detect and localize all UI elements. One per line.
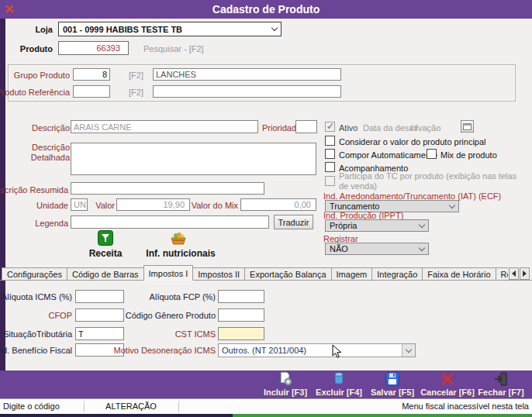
- cfop-label: CFOP: [48, 311, 72, 320]
- pesquisar-hint: Pesquisar - [F2]: [143, 44, 204, 53]
- situacao-tributaria-input[interactable]: T: [75, 327, 124, 340]
- aliquota-icms-label: Alíquota ICMS (%): [2, 292, 72, 302]
- inf-nutricionais-label: Inf. nutricionais: [142, 248, 219, 259]
- valor-field[interactable]: 19,90: [116, 198, 190, 211]
- compor-automaticamente-checkbox[interactable]: [325, 149, 335, 159]
- data-desativacao-label: Data da desativação: [363, 123, 440, 133]
- ippt-select[interactable]: Própria: [325, 219, 429, 232]
- unidade-field[interactable]: UN: [71, 198, 88, 211]
- registrar-selected-value: NÃO: [330, 244, 348, 253]
- cst-icms-input[interactable]: [218, 327, 264, 340]
- chevron-down-icon: [449, 202, 455, 208]
- unidade-label: Unidade: [36, 201, 68, 210]
- valor-do-mix-label: Valor do Mix: [192, 201, 238, 210]
- ativo-checkbox[interactable]: [325, 122, 335, 132]
- tab-exportacao-balanca[interactable]: Exportação Balança: [244, 267, 331, 281]
- window-title: Cadastro de Produto: [0, 0, 532, 19]
- participa-tc-checkbox[interactable]: [325, 176, 335, 186]
- produto-label: Produto: [20, 44, 53, 53]
- valor-do-mix-field[interactable]: 0,00: [240, 198, 316, 211]
- arrow-right-icon: [523, 271, 527, 277]
- motivo-desoneracao-icms-select[interactable]: Outros. (NT 2011/004): [218, 343, 416, 357]
- tab-scroll-right-button[interactable]: [520, 267, 530, 280]
- mix-de-produto-checkbox[interactable]: [427, 149, 437, 159]
- legenda-input[interactable]: [71, 215, 269, 229]
- calendar-button[interactable]: [461, 120, 474, 133]
- tab-strip: Configurações Código de Barras Impostos …: [2, 265, 508, 281]
- motivo-desoneracao-selected-value: Outros. (NT 2011/004): [222, 346, 306, 355]
- loja-select[interactable]: 001 - 0999 HABIBS TESTE TB: [58, 22, 282, 36]
- produto-referencia-name-field[interactable]: [153, 85, 341, 98]
- aliquota-icms-input[interactable]: [75, 290, 124, 303]
- save-floppy-icon: [385, 371, 400, 387]
- aliquota-fcp-input[interactable]: [218, 290, 264, 303]
- descricao-input[interactable]: ARAIS CARNE: [71, 120, 258, 133]
- window-bottom-edge: [0, 414, 233, 417]
- excluir-label: Excluir [F4]: [316, 388, 362, 397]
- produto-referencia-code-input[interactable]: [73, 85, 110, 98]
- cst-icms-label: CST ICMS: [175, 329, 216, 339]
- grupo-produto-label: Grupo Produto: [14, 71, 70, 80]
- considerar-checkbox[interactable]: [325, 136, 335, 146]
- tab-restricao-dia-da-semana[interactable]: Restrição dia da semana: [496, 267, 508, 281]
- tab-configuracoes[interactable]: Configurações: [2, 267, 67, 281]
- mouse-cursor: [332, 344, 343, 361]
- grupo-produto-f2-hint: [F2]: [129, 71, 143, 80]
- cancelar-label: Cancelar [F6]: [420, 388, 475, 397]
- registrar-select[interactable]: NÃO: [325, 243, 429, 255]
- trash-icon: [331, 371, 347, 387]
- legenda-label: Legenda: [35, 219, 68, 228]
- cfop-input[interactable]: [75, 308, 124, 322]
- loja-selected-value: 001 - 0999 HABIBS TESTE TB: [63, 25, 182, 34]
- produto-referencia-label: Produto Referência: [0, 88, 70, 97]
- valor-label: Valor: [95, 201, 115, 210]
- inf-nutricionais-icon[interactable]: [169, 232, 188, 247]
- incluir-button[interactable]: Incluir [F3]: [258, 371, 313, 397]
- calendar-icon: [463, 122, 472, 130]
- ippt-selected-value: Própria: [330, 221, 357, 230]
- loja-label: Loja: [35, 25, 53, 34]
- cod-beneficio-fiscal-label: Cód. Benefício Fiscal: [0, 346, 72, 355]
- mix-de-produto-label: Mix de produto: [440, 150, 497, 160]
- traduzir-button[interactable]: Traduzir: [274, 215, 313, 229]
- ativo-label: Ativo: [339, 123, 358, 133]
- add-document-icon: [278, 371, 293, 387]
- descricao-resumida-input[interactable]: [71, 182, 264, 195]
- tab-imagem[interactable]: Imagem: [331, 267, 373, 281]
- tab-faixa-de-horario[interactable]: Faixa de Horário: [422, 267, 496, 281]
- acompanhamento-checkbox[interactable]: [325, 162, 335, 172]
- chevron-down-icon: [419, 221, 425, 227]
- codigo-genero-produto-label: Código Gênero Produto: [126, 311, 216, 320]
- participa-tc-label: Participa do TC por produto (exibição na…: [339, 171, 525, 191]
- tab-impostos-2[interactable]: Impostos II: [192, 267, 245, 281]
- status-left-text: Digite o código: [3, 401, 60, 411]
- descricao-resumida-label: Descrição Resumida: [0, 185, 68, 195]
- salvar-label: Salvar [F5]: [371, 388, 414, 397]
- produto-code-input[interactable]: 66393: [58, 41, 129, 55]
- codigo-genero-produto-input[interactable]: [218, 308, 264, 322]
- data-desativacao-value: / /: [410, 123, 417, 133]
- salvar-button[interactable]: Salvar [F5]: [365, 371, 420, 397]
- receita-icon[interactable]: [98, 230, 113, 247]
- arrow-left-icon: [512, 271, 516, 277]
- grupo-produto-code-input[interactable]: 8: [73, 68, 110, 81]
- dropdown-arrow-box[interactable]: [402, 344, 415, 357]
- situacao-tributaria-label: SituaçãoTributária: [3, 329, 72, 339]
- receita-label: Receita: [79, 248, 132, 259]
- descricao-detalhada-textarea[interactable]: [71, 143, 316, 175]
- fechar-label: Fechar [F7]: [478, 388, 523, 397]
- excluir-button[interactable]: Excluir [F4]: [312, 371, 366, 397]
- chevron-down-icon: [419, 244, 425, 250]
- cancelar-button[interactable]: Cancelar [F6]: [420, 371, 475, 397]
- grupo-produto-name-field[interactable]: LANCHES: [153, 68, 341, 81]
- descricao-label: Descrição: [32, 123, 70, 133]
- tab-impostos-1[interactable]: Impostos I: [143, 265, 194, 281]
- cancel-x-icon: [440, 371, 455, 387]
- tab-integracao[interactable]: Integração: [371, 267, 423, 281]
- prioridade-input[interactable]: [295, 120, 317, 133]
- fechar-button[interactable]: Fechar [F7]: [474, 371, 528, 397]
- tab-scroll-left-button[interactable]: [509, 267, 519, 280]
- compor-automaticamente-label: Compor Automaticamente: [339, 150, 437, 160]
- tab-codigo-de-barras[interactable]: Código de Barras: [67, 267, 144, 281]
- descricao-detalhada-label: Descrição Detalhada: [22, 143, 70, 163]
